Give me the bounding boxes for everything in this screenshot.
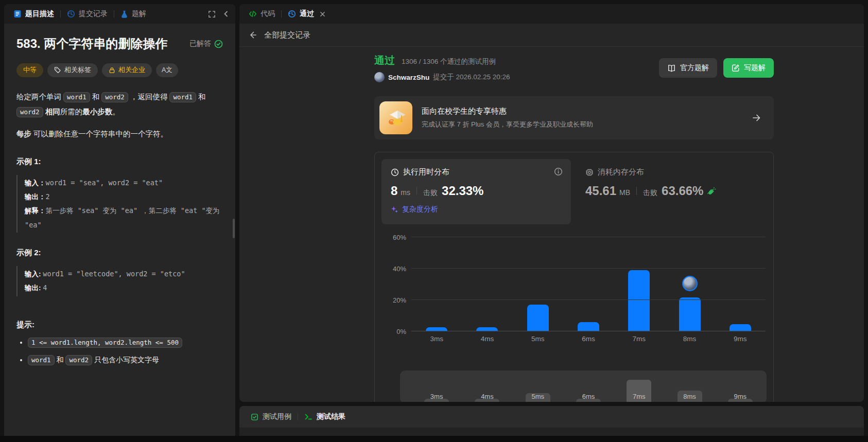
tab-solutions[interactable]: 题解 xyxy=(117,9,149,19)
x-tick-label: 9ms xyxy=(715,335,766,343)
beats-label: 击败 xyxy=(423,188,438,198)
text: 只包含小写英文字母 xyxy=(92,356,159,364)
difficulty-badge[interactable]: 中等 xyxy=(16,63,43,77)
tab-accepted-result[interactable]: 通过 xyxy=(285,9,328,19)
text: 可以删除任意一个字符串中的一个字符。 xyxy=(31,130,168,138)
hint-heading: 提示: xyxy=(16,320,223,330)
username[interactable]: SchwarzShu xyxy=(388,74,429,81)
passed-cases: 1306 / 1306 个通过的测试用例 xyxy=(402,57,496,66)
example-line: 输出: 4 xyxy=(25,281,224,295)
minimap-label: 4ms xyxy=(481,393,494,400)
runtime-unit: ms xyxy=(401,188,410,197)
problem-paragraph: 给定两个单词 word1 和 word2 ，返回使得 word1 和 word2… xyxy=(16,90,224,119)
tab-label: 题目描述 xyxy=(25,9,54,19)
x-tick-label: 6ms xyxy=(563,335,614,343)
memory-stats-block[interactable]: 消耗内存分布 45.61 MB 击败 63.66% xyxy=(585,159,716,224)
inline-code: word2 xyxy=(65,355,92,365)
button-label: 官方题解 xyxy=(680,63,709,73)
tab-submissions[interactable]: 提交记录 xyxy=(64,9,111,19)
tab-label: 题解 xyxy=(132,9,146,19)
runtime-distribution-chart: 0%20%40%60% 3ms4ms5ms6ms7ms8ms9ms xyxy=(381,231,767,347)
back-label[interactable]: 全部提交记录 xyxy=(264,30,310,40)
example-block: 输入：word1 = "sea", word2 = "eat"输出：2解释：第一… xyxy=(16,175,224,233)
divider xyxy=(636,187,637,195)
user-position-avatar[interactable] xyxy=(682,276,698,291)
lock-icon xyxy=(109,67,115,74)
gridline xyxy=(411,299,766,300)
related-companies-badge[interactable]: 相关企业 xyxy=(102,63,152,77)
y-tick-label: 40% xyxy=(381,265,406,273)
scrollbar-thumb[interactable] xyxy=(233,219,235,238)
student-promo-banner[interactable]: 面向在校学生的专享特惠 完成认证享 7 折 Plus 会员，享受更多学业及职业成… xyxy=(374,96,774,139)
problem-panel-tabs: 题目描述 提交记录 题解 xyxy=(4,4,235,24)
text: 给定两个单词 xyxy=(16,93,63,101)
submissions-subheader: 全部提交记录 xyxy=(239,24,864,47)
chart-column xyxy=(563,231,614,331)
write-solution-button[interactable]: 写题解 xyxy=(723,58,774,78)
beats-label: 击败 xyxy=(643,188,657,198)
runtime-bar-8ms[interactable] xyxy=(679,297,701,331)
constraint-item: 1 <= word1.length, word2.length <= 500 xyxy=(28,338,223,346)
problem-body: 583. 两个字符串的删除操作 已解答 中等 相关标签 xyxy=(4,24,235,442)
chart-column xyxy=(411,231,462,331)
code-icon xyxy=(249,10,257,18)
tab-code[interactable]: 代码 xyxy=(246,9,278,19)
collapse-panel-icon[interactable] xyxy=(223,11,229,17)
submitted-time: 提交于 2026.02.25 20:26 xyxy=(433,73,510,82)
tab-label: 代码 xyxy=(261,9,275,19)
memory-title: 消耗内存分布 xyxy=(598,167,644,177)
history-icon xyxy=(288,10,296,18)
close-icon[interactable] xyxy=(320,11,325,17)
example-block: 输入: word1 = "leetcode", word2 = "etco"输出… xyxy=(16,266,224,296)
example-line: 输出：2 xyxy=(25,190,224,204)
runtime-bar-7ms[interactable] xyxy=(628,270,650,331)
flask-icon xyxy=(120,10,128,18)
chart-column xyxy=(614,231,664,331)
submission-detail: 通过 1306 / 1306 个通过的测试用例 SchwarzShu 提交于 2… xyxy=(239,54,774,402)
info-icon[interactable] xyxy=(554,167,563,176)
text: 和 xyxy=(55,356,66,364)
runtime-stats-card[interactable]: 执行用时分布 8 ms 击败 32.33% xyxy=(381,159,571,224)
complexity-analysis-link[interactable]: 复杂度分析 xyxy=(391,205,562,214)
tab-label: 测试用例 xyxy=(263,412,291,421)
chart-plot-area xyxy=(411,231,766,331)
runtime-bar-9ms[interactable] xyxy=(730,324,751,331)
text: 和 xyxy=(196,93,206,101)
tab-label: 提交记录 xyxy=(79,9,108,19)
runtime-title: 执行用时分布 xyxy=(403,167,449,177)
gridline xyxy=(411,268,766,269)
console-tabs: 测试用例 测试结果 xyxy=(239,406,864,428)
translate-badge[interactable]: A文 xyxy=(156,63,178,77)
runtime-bar-5ms[interactable] xyxy=(527,305,549,331)
chart-column xyxy=(462,231,512,331)
back-arrow-icon[interactable] xyxy=(248,30,257,40)
example-line: 解释：第一步将 "sea" 变为 "ea" ，第二步将 "eat "变为 "ea… xyxy=(25,204,224,232)
chart-brush-minimap[interactable]: 3ms4ms5ms6ms7ms8ms9ms xyxy=(400,370,767,402)
runtime-bar-6ms[interactable] xyxy=(578,322,599,331)
arrow-right-icon[interactable] xyxy=(751,113,761,123)
minimap-label: 5ms xyxy=(531,393,544,400)
y-tick-label: 60% xyxy=(381,234,406,241)
bold-text: 相同 xyxy=(45,108,60,116)
text: 。 xyxy=(112,108,120,116)
x-tick-label: 5ms xyxy=(513,335,563,343)
example-line: 输入：word1 = "sea", word2 = "eat" xyxy=(25,176,224,190)
clock-icon xyxy=(391,168,399,176)
history-icon xyxy=(67,10,75,18)
tab-separator xyxy=(60,10,61,17)
tab-testcase[interactable]: 测试用例 xyxy=(248,412,294,421)
expand-icon[interactable] xyxy=(208,10,216,18)
x-axis-labels: 3ms4ms5ms6ms7ms8ms9ms xyxy=(411,335,766,343)
memory-unit: MB xyxy=(619,188,630,197)
chart-column xyxy=(513,231,563,331)
memory-value: 45.61 xyxy=(585,184,616,198)
button-label: 写题解 xyxy=(744,63,766,73)
tab-problem-description[interactable]: 题目描述 xyxy=(10,9,57,19)
related-tags-badge[interactable]: 相关标签 xyxy=(47,63,98,77)
analysis-label: 复杂度分析 xyxy=(402,205,438,214)
text: 和 xyxy=(90,93,102,101)
tab-testresult[interactable]: 测试结果 xyxy=(301,412,349,421)
official-solution-button[interactable]: 官方题解 xyxy=(659,58,717,78)
bold-text: 最小步数 xyxy=(82,108,112,116)
y-tick-label: 0% xyxy=(381,328,406,335)
